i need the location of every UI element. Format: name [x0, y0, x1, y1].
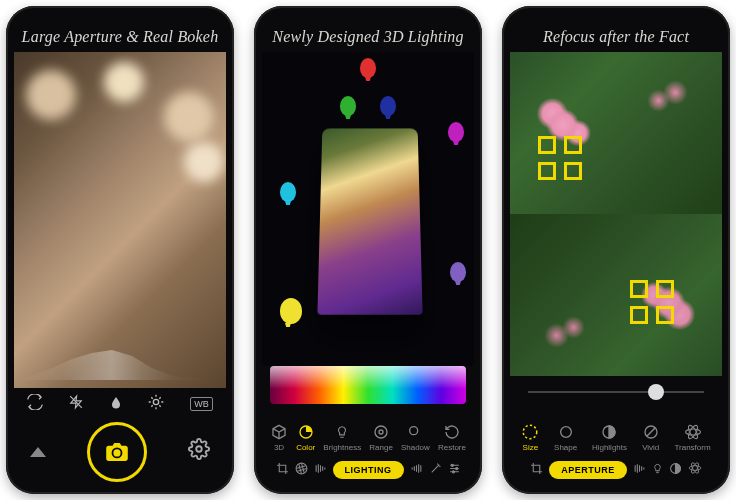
- stack-right-icon[interactable]: [410, 462, 423, 479]
- slider-track: [528, 391, 704, 393]
- adj-brightness[interactable]: Brightness: [323, 423, 361, 452]
- circle-icon: [557, 423, 575, 441]
- refocus-viewport[interactable]: [510, 52, 722, 376]
- restore-icon: [443, 423, 461, 441]
- adj-label: Shadow: [401, 443, 430, 452]
- aperture-icon[interactable]: [295, 462, 308, 479]
- color-spectrum-picker[interactable]: [270, 366, 466, 404]
- bulb-icon[interactable]: [652, 462, 663, 479]
- atom-icon: [684, 423, 702, 441]
- contrast-icon[interactable]: [669, 462, 682, 479]
- svg-line-7: [151, 397, 152, 398]
- adj-label: Size: [523, 443, 539, 452]
- phone-inner: Newly Designed 3D Lighting 3D Color Br: [262, 24, 474, 484]
- cube-icon: [270, 423, 288, 441]
- flash-off-icon[interactable]: [69, 394, 83, 414]
- focus-bracket-top[interactable]: [538, 136, 582, 180]
- adj-vivid[interactable]: Vivid: [642, 423, 660, 452]
- wand-icon[interactable]: [429, 462, 442, 479]
- adj-shadow[interactable]: Shadow: [401, 423, 430, 452]
- contrast-icon: [600, 423, 618, 441]
- slider-knob[interactable]: [648, 384, 664, 400]
- screenshot-2: Newly Designed 3D Lighting 3D Color Br: [254, 6, 482, 494]
- atom-icon[interactable]: [688, 461, 702, 479]
- svg-point-22: [452, 470, 454, 472]
- svg-line-10: [159, 397, 160, 398]
- crop-icon[interactable]: [276, 462, 289, 479]
- expand-up-icon[interactable]: [30, 447, 46, 457]
- stack-icon[interactable]: [633, 462, 646, 479]
- shutter-button[interactable]: [87, 422, 147, 482]
- adj-restore[interactable]: Restore: [438, 423, 466, 452]
- adj-label: Restore: [438, 443, 466, 452]
- headline: Newly Designed 3D Lighting: [262, 24, 474, 52]
- adjustment-row: Size Shape Highlights Vivid Transform: [510, 408, 722, 452]
- range-icon: [372, 423, 390, 441]
- bottom-mode-row: APERTURE: [510, 452, 722, 484]
- svg-point-24: [560, 427, 571, 438]
- sliders-icon[interactable]: [448, 462, 461, 479]
- svg-point-23: [524, 425, 538, 439]
- adj-label: Range: [369, 443, 393, 452]
- svg-point-32: [689, 466, 701, 471]
- stack-left-icon[interactable]: [314, 462, 327, 479]
- svg-point-2: [153, 399, 158, 404]
- phone-inner: Refocus after the Fact Size Shape: [510, 24, 722, 484]
- light-balloon-blue[interactable]: [380, 96, 396, 116]
- svg-point-28: [685, 429, 700, 435]
- screenshot-3: Refocus after the Fact Size Shape: [502, 6, 730, 494]
- adj-shape[interactable]: Shape: [554, 423, 577, 452]
- light-balloon-yellow[interactable]: [280, 298, 302, 324]
- adj-size[interactable]: Size: [521, 423, 539, 452]
- brightness-icon[interactable]: [148, 394, 164, 414]
- adjustment-row: 3D Color Brightness Range Shadow Restore: [262, 404, 474, 452]
- focus-bracket-bottom[interactable]: [630, 280, 674, 324]
- adj-color[interactable]: Color: [296, 423, 315, 452]
- svg-point-11: [196, 446, 202, 452]
- light-balloon-purple[interactable]: [450, 262, 466, 282]
- wb-icon[interactable]: WB: [190, 397, 213, 411]
- focus-pane-bottom: [510, 214, 722, 376]
- histogram-overlay: [22, 350, 222, 380]
- light-balloon-cyan[interactable]: [280, 182, 296, 202]
- light-balloon-red[interactable]: [360, 58, 376, 78]
- light-balloon-magenta[interactable]: [448, 122, 464, 142]
- screenshot-1: Large Aperture & Real Bokeh WB: [6, 6, 234, 494]
- size-ring-icon: [521, 423, 539, 441]
- focus-pane-top: [510, 52, 722, 214]
- adj-3d[interactable]: 3D: [270, 423, 288, 452]
- adj-label: Brightness: [323, 443, 361, 452]
- pie-icon: [297, 423, 315, 441]
- mode-pill[interactable]: LIGHTING: [333, 461, 404, 479]
- bulb-icon: [333, 423, 351, 441]
- aperture-slider[interactable]: [510, 376, 722, 408]
- mode-pill[interactable]: APERTURE: [549, 461, 627, 479]
- lighting-3d-viewport[interactable]: [262, 52, 474, 366]
- vivid-icon: [642, 423, 660, 441]
- camera-icon: [106, 443, 128, 461]
- headline: Large Aperture & Real Bokeh: [14, 24, 226, 52]
- drop-icon[interactable]: [110, 394, 122, 414]
- headline: Refocus after the Fact: [510, 24, 722, 52]
- svg-line-9: [151, 405, 152, 406]
- svg-point-13: [379, 430, 383, 434]
- crop-icon[interactable]: [530, 462, 543, 479]
- camera-toolbar-top: WB: [14, 388, 226, 420]
- adj-highlights[interactable]: Highlights: [592, 423, 627, 452]
- svg-line-8: [159, 405, 160, 406]
- adj-range[interactable]: Range: [369, 423, 393, 452]
- light-balloon-green[interactable]: [340, 96, 356, 116]
- cycle-icon[interactable]: [27, 394, 43, 414]
- adj-label: 3D: [274, 443, 284, 452]
- svg-point-15: [410, 427, 418, 435]
- depth-plane: [317, 128, 422, 314]
- svg-point-21: [455, 467, 457, 469]
- adj-transform[interactable]: Transform: [674, 423, 710, 452]
- adj-label: Vivid: [642, 443, 659, 452]
- settings-gear-icon[interactable]: [188, 438, 210, 466]
- camera-toolbar-bottom: [14, 420, 226, 484]
- adj-label: Highlights: [592, 443, 627, 452]
- bottom-mode-row: LIGHTING: [262, 452, 474, 484]
- camera-viewport[interactable]: [14, 52, 226, 388]
- adj-label: Color: [296, 443, 315, 452]
